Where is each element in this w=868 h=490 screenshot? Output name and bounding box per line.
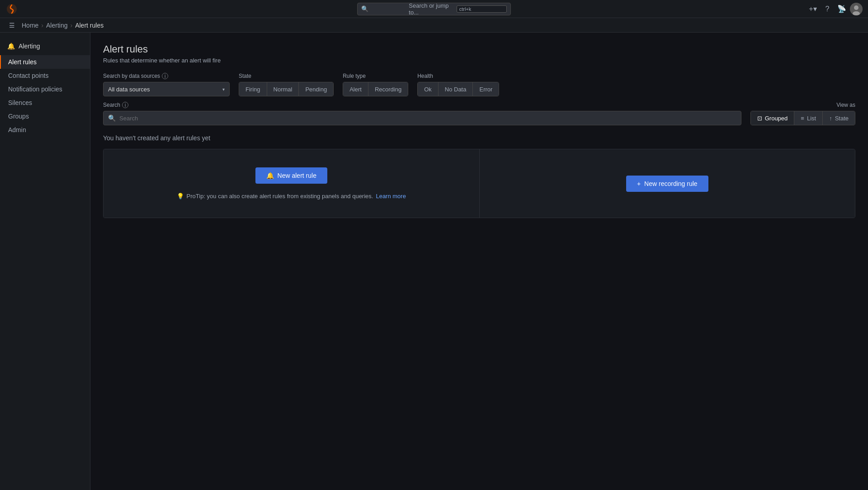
health-label: Health: [417, 73, 499, 79]
topbar: 🔍 Search or jump to... ctrl+k + ▾ ? 📡: [0, 0, 868, 18]
plus-icon: +: [637, 180, 641, 187]
rule-type-alert-btn[interactable]: Alert: [343, 82, 368, 96]
rule-type-label: Rule type: [343, 73, 408, 79]
sidebar-header: 🔔 Alerting: [0, 40, 90, 55]
health-error-btn[interactable]: Error: [473, 82, 499, 96]
view-state-btn[interactable]: ↑ State: [823, 111, 855, 125]
sidebar-item-silences[interactable]: Silences: [0, 96, 90, 109]
search-input[interactable]: [119, 115, 736, 122]
health-filter: Health Ok No Data Error: [417, 73, 499, 96]
list-icon: ≡: [801, 115, 804, 122]
search-icon: 🔍: [361, 5, 406, 12]
new-recording-rule-button[interactable]: + New recording rule: [626, 176, 708, 192]
avatar[interactable]: [850, 3, 863, 15]
search-icon: 🔍: [108, 114, 116, 122]
empty-cards: 🔔 New alert rule 💡 ProTip: you can also …: [103, 149, 855, 218]
news-button[interactable]: 📡: [835, 3, 848, 15]
health-no-data-btn[interactable]: No Data: [439, 82, 473, 96]
breadcrumb-sep-2: ›: [71, 22, 73, 29]
bell-icon: 🔔: [7, 43, 15, 50]
breadcrumb-alerting[interactable]: Alerting: [46, 22, 67, 29]
rule-type-toggle-group: Alert Recording: [343, 82, 408, 96]
sidebar-label-admin: Admin: [8, 126, 26, 133]
breadcrumb-home[interactable]: Home: [22, 22, 38, 29]
add-button[interactable]: + ▾: [807, 3, 819, 15]
new-alert-card: 🔔 New alert rule 💡 ProTip: you can also …: [104, 149, 480, 218]
protip-text: 💡 ProTip: you can also create alert rule…: [177, 193, 406, 200]
data-sources-value: All data sources: [108, 86, 150, 93]
state-label: State: [239, 73, 334, 79]
breadcrumb-sep-1: ›: [41, 22, 43, 29]
health-toggle-group: Ok No Data Error: [417, 82, 499, 96]
data-sources-label: Search by data sources i: [103, 73, 230, 79]
main-content: Alert rules Rules that determine whether…: [90, 33, 868, 490]
sidebar-item-contact-points[interactable]: Contact points: [0, 69, 90, 82]
data-sources-filter: Search by data sources i All data source…: [103, 73, 230, 96]
arrow-up-icon: ↑: [829, 115, 832, 122]
global-search[interactable]: 🔍 Search or jump to... ctrl+k: [357, 3, 511, 15]
app-logo[interactable]: [5, 3, 18, 15]
filters-row-1: Search by data sources i All data source…: [103, 73, 855, 96]
sidebar-item-notification-policies[interactable]: Notification policies: [0, 82, 90, 96]
navbar: ☰ Home › Alerting › Alert rules: [0, 18, 868, 33]
view-as-label: View as: [836, 102, 855, 108]
search-placeholder: Search or jump to...: [409, 2, 453, 16]
search-info-icon[interactable]: i: [122, 102, 128, 108]
folder-icon: ⊡: [757, 115, 762, 122]
data-sources-select[interactable]: All data sources ▾: [103, 82, 230, 96]
empty-notice: You haven't created any alert rules yet: [103, 134, 855, 142]
view-as-group: View as ⊡ Grouped ≡ List ↑ State: [750, 102, 855, 125]
state-firing-btn[interactable]: Firing: [239, 82, 267, 96]
page-subtitle: Rules that determine whether an alert wi…: [103, 57, 855, 64]
sidebar-label-alert-rules: Alert rules: [8, 58, 37, 66]
sidebar-label-groups: Groups: [8, 113, 29, 120]
view-list-btn[interactable]: ≡ List: [794, 111, 823, 125]
sidebar: 🔔 Alerting Alert rules Contact points No…: [0, 33, 90, 490]
view-grouped-btn[interactable]: ⊡ Grouped: [751, 111, 795, 125]
bell-icon: 🔔: [266, 172, 274, 179]
state-normal-btn[interactable]: Normal: [267, 82, 299, 96]
rule-type-recording-btn[interactable]: Recording: [368, 82, 408, 96]
hamburger-menu[interactable]: ☰: [7, 21, 16, 30]
sidebar-label-silences: Silences: [8, 99, 32, 106]
svg-point-2: [854, 5, 859, 10]
sidebar-label-notification-policies: Notification policies: [8, 86, 62, 93]
help-button[interactable]: ?: [821, 3, 834, 15]
search-label: Search i: [103, 102, 741, 108]
sidebar-item-groups[interactable]: Groups: [0, 109, 90, 123]
sidebar-item-admin[interactable]: Admin: [0, 123, 90, 137]
search-input-wrap: 🔍: [103, 111, 741, 125]
chevron-down-icon: ▾: [222, 87, 225, 92]
learn-more-link[interactable]: Learn more: [376, 193, 406, 200]
state-filter: State Firing Normal Pending: [239, 73, 334, 96]
sidebar-title: Alerting: [19, 43, 40, 50]
sidebar-item-alert-rules[interactable]: Alert rules: [0, 55, 90, 69]
main-layout: 🔔 Alerting Alert rules Contact points No…: [0, 33, 868, 490]
rule-type-filter: Rule type Alert Recording: [343, 73, 408, 96]
view-toggle-group: ⊡ Grouped ≡ List ↑ State: [750, 111, 855, 125]
breadcrumb: Home › Alerting › Alert rules: [22, 22, 104, 29]
new-recording-card: + New recording rule: [480, 149, 855, 218]
page-title: Alert rules: [103, 43, 855, 55]
health-ok-btn[interactable]: Ok: [418, 82, 439, 96]
state-toggle-group: Firing Normal Pending: [239, 82, 334, 96]
state-pending-btn[interactable]: Pending: [299, 82, 333, 96]
topbar-right: + ▾ ? 📡: [807, 3, 863, 15]
new-alert-rule-button[interactable]: 🔔 New alert rule: [255, 167, 327, 184]
search-row: Search i 🔍 View as ⊡ Grouped ≡: [103, 102, 855, 125]
breadcrumb-current: Alert rules: [75, 22, 104, 29]
search-group: Search i 🔍: [103, 102, 741, 125]
lightbulb-icon: 💡: [177, 193, 184, 200]
sidebar-label-contact-points: Contact points: [8, 72, 49, 79]
data-sources-info-icon[interactable]: i: [162, 73, 168, 79]
search-shortcut: ctrl+k: [457, 5, 507, 13]
